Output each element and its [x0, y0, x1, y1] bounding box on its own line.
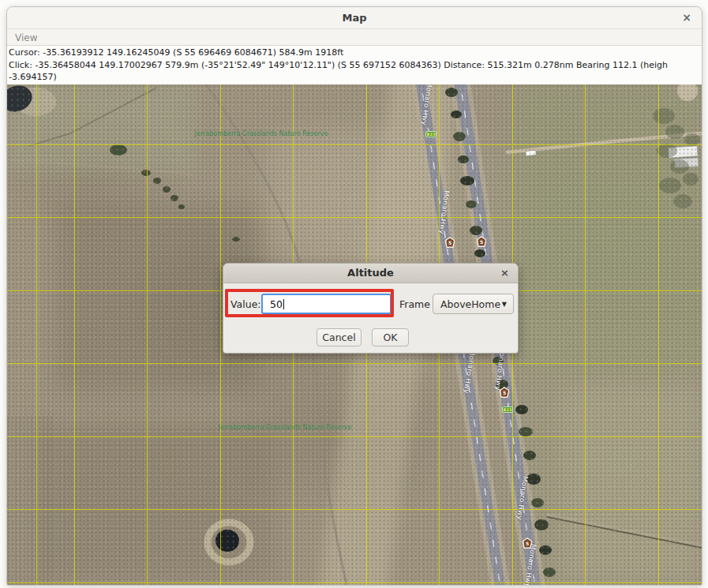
frame-label: Frame [399, 298, 430, 310]
frame-dropdown-value: AboveHome [440, 298, 500, 310]
value-label: Value: [230, 298, 261, 310]
status-height-line: -3.694157) [9, 71, 702, 84]
menubar: View [7, 29, 702, 46]
status-click-line: Click: -35.36458044 149.17002967 579.9m … [9, 59, 702, 72]
route-shield-b23: B23 [502, 406, 513, 413]
status-cursor-line: Cursor: -35.36193912 149.16245049 (S 55 … [9, 47, 702, 59]
window-close-icon[interactable]: × [682, 7, 691, 28]
route-shield-b23: B23 [425, 131, 436, 137]
altitude-dialog: Altitude × Value: 50 Frame AboveHome ▼ C… [223, 263, 519, 354]
cancel-button[interactable]: Cancel [317, 328, 361, 346]
window-title: Map [7, 7, 702, 28]
dialog-body: Value: 50 Frame AboveHome ▼ Cancel OK [223, 264, 518, 353]
ok-button[interactable]: OK [372, 328, 409, 346]
input-text: 50 [270, 298, 283, 310]
status-readout: Cursor: -35.36193912 149.16245049 (S 55 … [7, 46, 702, 84]
menu-item-view[interactable]: View [7, 30, 45, 46]
chevron-down-icon: ▼ [502, 301, 507, 308]
text-caret [283, 299, 284, 309]
reserve-label: Jerrabomberra Grasslands Nature Reserve [219, 424, 352, 431]
altitude-value-input[interactable]: 50 [261, 294, 391, 314]
window-titlebar: Map × [7, 7, 702, 29]
frame-dropdown[interactable]: AboveHome ▼ [433, 294, 514, 314]
reserve-label: Jerrabomberra Grasslands Nature Reserve [195, 130, 328, 137]
